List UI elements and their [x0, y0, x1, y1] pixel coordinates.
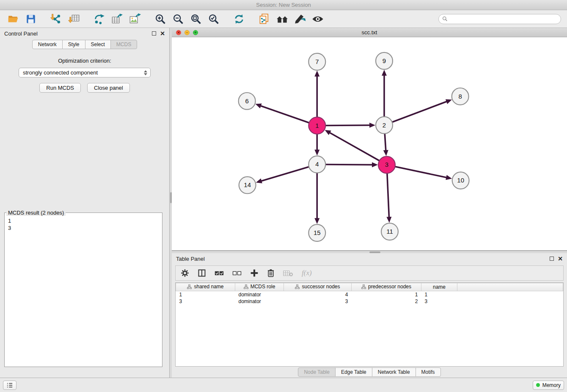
control-panel-tabs: Network Style Select MCDS: [0, 39, 169, 50]
zoom-fit-button[interactable]: [189, 12, 203, 26]
clone-network-button[interactable]: [257, 12, 272, 26]
mcds-result-list[interactable]: 1 3: [5, 216, 162, 233]
open-folder-icon: [7, 14, 19, 25]
network-node[interactable]: 10: [452, 172, 469, 189]
network-edge[interactable]: [314, 134, 319, 156]
tab-style[interactable]: Style: [62, 40, 85, 49]
table-body: 1dominator4113dominator323: [176, 291, 563, 305]
memory-button[interactable]: Memory: [533, 381, 564, 390]
network-graph[interactable]: 7968124314101511: [172, 37, 567, 250]
import-table-button[interactable]: [67, 12, 81, 26]
table-row[interactable]: 1dominator411: [176, 291, 563, 298]
tab-edge-table[interactable]: Edge Table: [335, 367, 372, 377]
network-edge[interactable]: [255, 104, 309, 123]
mcds-result-title: MCDS result (2 nodes): [6, 210, 66, 216]
search-input[interactable]: [450, 16, 557, 22]
show-details-button[interactable]: [311, 12, 325, 26]
apply-style-button[interactable]: [293, 12, 307, 26]
table-panel: Table Panel ✕: [172, 253, 567, 378]
tab-network-table[interactable]: Network Table: [372, 367, 416, 377]
splitter-thumb[interactable]: [369, 251, 380, 253]
column-header-shared-name[interactable]: shared name: [176, 283, 235, 291]
network-node[interactable]: 6: [239, 93, 256, 110]
export-network-button[interactable]: [92, 12, 107, 26]
plus-icon: [250, 269, 259, 277]
network-node[interactable]: 8: [452, 88, 469, 105]
close-window-icon[interactable]: ✕: [176, 30, 181, 35]
import-network-button[interactable]: [49, 12, 63, 26]
column-header-name[interactable]: name: [421, 283, 457, 291]
edge-arrowhead: [383, 150, 388, 156]
zoom-selected-button[interactable]: [206, 12, 221, 26]
network-node[interactable]: 7: [308, 53, 325, 70]
network-edge[interactable]: [325, 130, 380, 161]
close-panel-button[interactable]: Close panel: [87, 83, 130, 93]
tab-motifs[interactable]: Motifs: [416, 367, 441, 377]
network-edge[interactable]: [314, 71, 319, 117]
network-node[interactable]: 1: [308, 117, 325, 134]
export-table-button[interactable]: [110, 12, 124, 26]
edge-arrowhead: [314, 218, 319, 224]
horizontal-splitter[interactable]: [172, 251, 567, 253]
float-panel-icon[interactable]: [550, 257, 554, 261]
edge-arrowhead: [314, 71, 319, 77]
tab-network[interactable]: Network: [32, 40, 63, 49]
network-node[interactable]: 14: [239, 177, 256, 193]
network-node[interactable]: 2: [376, 117, 393, 134]
zoom-in-button[interactable]: [153, 12, 168, 26]
tab-node-table[interactable]: Node Table: [298, 367, 336, 377]
function-builder-icon[interactable]: f(x): [302, 269, 312, 277]
column-header-successor-nodes[interactable]: successor nodes: [284, 283, 352, 291]
task-history-button[interactable]: [3, 381, 17, 390]
table-settings-button[interactable]: [181, 269, 189, 277]
network-edge[interactable]: [325, 123, 375, 128]
delete-column-button[interactable]: [267, 269, 275, 277]
delete-table-button[interactable]: [283, 270, 293, 277]
export-image-button[interactable]: [128, 12, 142, 26]
network-edge[interactable]: [314, 173, 319, 224]
network-node[interactable]: 11: [381, 223, 398, 240]
float-panel-icon[interactable]: [152, 31, 156, 36]
network-edge[interactable]: [382, 70, 387, 117]
edge-arrowhead: [446, 175, 452, 180]
network-node[interactable]: 3: [378, 156, 395, 173]
column-header-mcds-role[interactable]: MCDS role: [235, 283, 284, 291]
network-edge[interactable]: [325, 162, 378, 167]
network-edge[interactable]: [383, 134, 388, 156]
table-toolbar: f(x): [175, 265, 564, 281]
open-session-button[interactable]: [6, 12, 20, 26]
add-column-button[interactable]: [250, 269, 259, 277]
select-all-button[interactable]: [215, 270, 224, 276]
network-edge[interactable]: [392, 99, 452, 122]
close-panel-icon[interactable]: ✕: [558, 256, 563, 262]
minimize-window-icon[interactable]: −: [184, 30, 190, 35]
column-header-predecessor-nodes[interactable]: predecessor nodes: [352, 283, 421, 291]
deselect-all-button[interactable]: [232, 270, 242, 276]
network-edge[interactable]: [395, 167, 452, 180]
search-field[interactable]: [438, 14, 561, 24]
hierarchy-icon: [244, 284, 248, 289]
zoom-out-button[interactable]: [171, 12, 185, 26]
optimization-criterion-select[interactable]: strongly connected component: [19, 68, 151, 77]
optimization-criterion-label: Optimization criterion:: [0, 58, 169, 64]
run-mcds-button[interactable]: Run MCDS: [39, 83, 81, 93]
node-label: 14: [244, 181, 251, 188]
network-node[interactable]: 9: [376, 52, 393, 69]
close-panel-icon[interactable]: ✕: [160, 30, 165, 36]
network-edge[interactable]: [256, 167, 309, 183]
table-row[interactable]: 3dominator323: [176, 298, 563, 305]
refresh-layout-button[interactable]: [232, 12, 246, 26]
show-columns-button[interactable]: [198, 269, 206, 277]
tab-mcds[interactable]: MCDS: [110, 40, 137, 49]
network-node[interactable]: 4: [308, 156, 325, 173]
table-panel-tabs: Node Table Edge Table Network Table Moti…: [172, 367, 567, 378]
network-node[interactable]: 15: [308, 224, 325, 241]
home-button[interactable]: [275, 12, 289, 26]
toolbar-group-session: [6, 12, 38, 26]
zoom-window-icon[interactable]: +: [193, 30, 198, 35]
eye-icon: [311, 14, 324, 25]
save-session-button[interactable]: [24, 12, 38, 26]
tab-select[interactable]: Select: [85, 40, 111, 49]
network-edge[interactable]: [386, 173, 391, 223]
network-canvas[interactable]: 7968124314101511: [172, 37, 567, 250]
